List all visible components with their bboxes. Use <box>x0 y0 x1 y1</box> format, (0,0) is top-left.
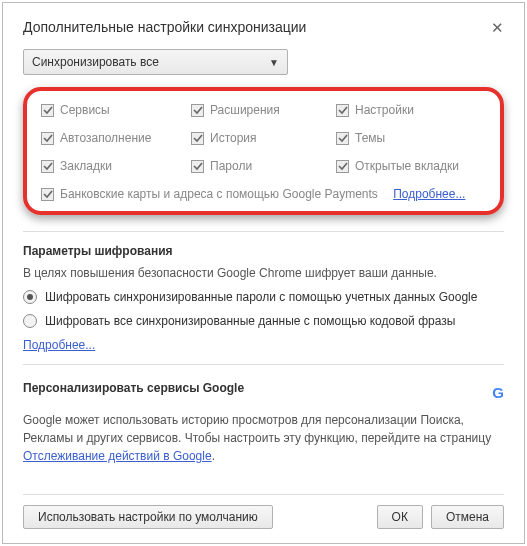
checkbox-services[interactable]: Сервисы <box>41 103 191 117</box>
ok-button[interactable]: ОК <box>377 505 423 529</box>
checkmark-icon <box>191 160 204 173</box>
defaults-button[interactable]: Использовать настройки по умолчанию <box>23 505 273 529</box>
checkbox-payments[interactable]: Банковские карты и адреса с помощью Goog… <box>41 187 486 201</box>
google-title: Персонализировать сервисы Google <box>23 381 244 395</box>
checkbox-themes[interactable]: Темы <box>336 131 491 145</box>
radio-encrypt-all[interactable]: Шифровать все синхронизированные данные … <box>23 314 504 328</box>
checkbox-passwords[interactable]: Пароли <box>191 159 336 173</box>
sync-items-box: Сервисы Расширения Настройки Автозаполне… <box>23 87 504 215</box>
checkmark-icon <box>336 132 349 145</box>
google-logo-icon: G <box>492 384 504 401</box>
checkmark-icon <box>41 104 54 117</box>
close-icon[interactable]: ✕ <box>491 20 504 35</box>
checkmark-icon <box>191 132 204 145</box>
checkbox-extensions[interactable]: Расширения <box>191 103 336 117</box>
cancel-button[interactable]: Отмена <box>431 505 504 529</box>
checkbox-bookmarks[interactable]: Закладки <box>41 159 191 173</box>
checkbox-settings[interactable]: Настройки <box>336 103 491 117</box>
encryption-desc: В целях повышения безопасности Google Ch… <box>23 266 504 280</box>
google-activity-link[interactable]: Отслеживание действий в Google <box>23 449 212 463</box>
checkmark-icon <box>41 132 54 145</box>
chevron-down-icon: ▼ <box>269 57 279 68</box>
sync-mode-select[interactable]: Синхронизировать все ▼ <box>23 49 288 75</box>
footer: Использовать настройки по умолчанию ОК О… <box>23 494 504 529</box>
checkmark-icon <box>336 160 349 173</box>
sync-mode-label: Синхронизировать все <box>32 55 159 69</box>
checkmark-icon <box>41 188 54 201</box>
checkbox-grid: Сервисы Расширения Настройки Автозаполне… <box>41 103 486 173</box>
checkbox-autofill[interactable]: Автозаполнение <box>41 131 191 145</box>
checkbox-history[interactable]: История <box>191 131 336 145</box>
title-row: Дополнительные настройки синхронизации ✕ <box>23 19 504 35</box>
checkmark-icon <box>191 104 204 117</box>
radio-encrypt-passwords[interactable]: Шифровать синхронизированные пароли с по… <box>23 290 504 304</box>
payments-learnmore-link[interactable]: Подробнее... <box>393 187 465 201</box>
dialog: Дополнительные настройки синхронизации ✕… <box>2 2 525 544</box>
separator <box>23 364 504 365</box>
dialog-title: Дополнительные настройки синхронизации <box>23 19 306 35</box>
separator <box>23 231 504 232</box>
encryption-learnmore-link[interactable]: Подробнее... <box>23 338 95 352</box>
google-section: Персонализировать сервисы Google G Googl… <box>23 381 504 465</box>
encryption-section: Параметры шифрования В целях повышения б… <box>23 244 504 352</box>
checkmark-icon <box>336 104 349 117</box>
radio-icon <box>23 314 37 328</box>
radio-icon <box>23 290 37 304</box>
checkmark-icon <box>41 160 54 173</box>
encryption-title: Параметры шифрования <box>23 244 504 258</box>
checkbox-opentabs[interactable]: Открытые вкладки <box>336 159 491 173</box>
google-text: Google может использовать историю просмо… <box>23 411 504 465</box>
